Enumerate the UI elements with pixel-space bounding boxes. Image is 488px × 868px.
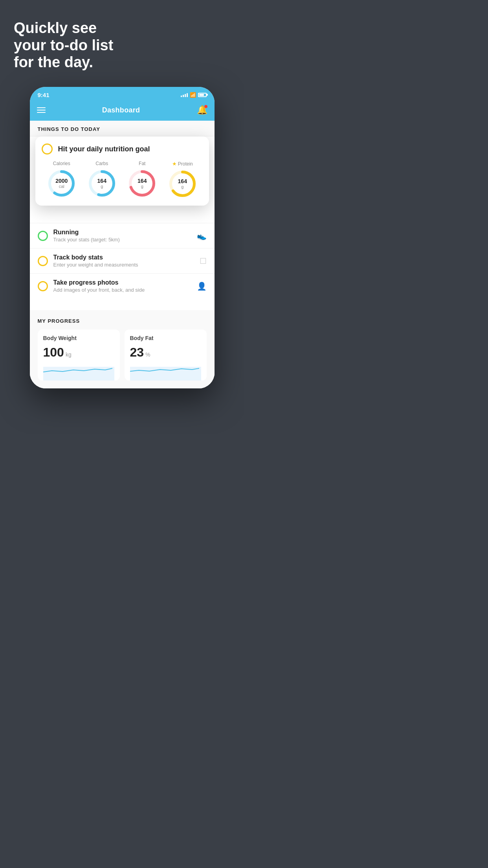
calories-value: 2000: [55, 178, 68, 184]
running-subtitle: Track your stats (target: 5km): [53, 237, 191, 243]
protein-unit: g: [178, 184, 187, 189]
calories-value-center: 2000 cal: [55, 178, 68, 189]
shoe-icon: 👟: [197, 231, 207, 241]
body-weight-value: 100: [43, 345, 64, 360]
photos-text: Take progress photos Add images of your …: [53, 279, 191, 293]
phone-mockup: 9:41 📶 Dashboard 🔔: [30, 87, 215, 388]
calories-ring: Calories 2000 cal: [47, 161, 76, 198]
photos-check-circle[interactable]: [38, 281, 48, 291]
calories-label: Calories: [53, 161, 70, 166]
progress-cards: Body Weight 100 kg: [38, 329, 207, 381]
fat-value: 164: [138, 178, 147, 184]
body-stats-subtitle: Enter your weight and measurements: [53, 262, 194, 268]
carbs-value-center: 164 g: [97, 178, 106, 189]
body-stats-text: Track body stats Enter your weight and m…: [53, 254, 194, 268]
notification-button[interactable]: 🔔: [197, 105, 207, 115]
body-weight-value-row: 100 kg: [43, 345, 114, 360]
todo-item-body-stats[interactable]: Track body stats Enter your weight and m…: [30, 248, 215, 273]
nutrition-check-circle[interactable]: [42, 143, 53, 154]
person-icon: 👤: [197, 281, 207, 291]
fat-ring: Fat 164 g: [127, 161, 157, 198]
hero-title: Quickly see your to-do list for the day.: [14, 20, 230, 71]
nav-title: Dashboard: [102, 106, 140, 114]
protein-value: 164: [178, 178, 187, 184]
protein-star-icon: ★: [172, 161, 177, 167]
protein-ring-container: 164 g: [168, 169, 197, 199]
photos-subtitle: Add images of your front, back, and side: [53, 287, 191, 293]
body-fat-value: 23: [130, 345, 144, 360]
signal-icon: [181, 92, 188, 97]
body-stats-title: Track body stats: [53, 254, 194, 261]
fat-value-center: 164 g: [138, 178, 147, 189]
protein-value-center: 164 g: [178, 178, 187, 189]
photos-title: Take progress photos: [53, 279, 191, 286]
progress-section: MY PROGRESS Body Weight 100 kg: [30, 310, 215, 388]
todo-list: Running Track your stats (target: 5km) 👟…: [30, 223, 215, 298]
hamburger-button[interactable]: [37, 107, 46, 113]
battery-icon: [198, 93, 207, 97]
body-weight-title: Body Weight: [43, 335, 114, 341]
carbs-unit: g: [97, 184, 106, 189]
body-weight-unit: kg: [66, 351, 72, 358]
carbs-label: Carbs: [95, 161, 108, 166]
carbs-value: 164: [97, 178, 106, 184]
body-weight-chart: [43, 363, 114, 381]
body-fat-value-row: 23 %: [130, 345, 201, 360]
status-icons: 📶: [181, 92, 207, 98]
wifi-icon: 📶: [190, 92, 196, 98]
protein-ring: ★ Protein 164: [168, 161, 197, 199]
carbs-ring: Carbs 164 g: [87, 161, 117, 198]
calories-ring-container: 2000 cal: [47, 169, 76, 198]
todo-item-photos[interactable]: Take progress photos Add images of your …: [30, 273, 215, 298]
hero-section: Quickly see your to-do list for the day.: [0, 0, 244, 83]
running-title: Running: [53, 229, 191, 236]
carbs-ring-container: 164 g: [87, 169, 117, 198]
calories-unit: cal: [55, 184, 68, 189]
nav-bar: Dashboard 🔔: [30, 101, 215, 121]
fat-ring-container: 164 g: [127, 169, 157, 198]
body-fat-card: Body Fat 23 %: [125, 329, 207, 381]
body-weight-card: Body Weight 100 kg: [38, 329, 120, 381]
todo-item-running[interactable]: Running Track your stats (target: 5km) 👟: [30, 223, 215, 248]
nutrition-card-header: Hit your daily nutrition goal: [42, 143, 203, 154]
fat-label: Fat: [139, 161, 145, 166]
things-to-do-label: THINGS TO DO TODAY: [30, 121, 215, 136]
phone-content: THINGS TO DO TODAY Hit your daily nutrit…: [30, 121, 215, 388]
phone-frame: 9:41 📶 Dashboard 🔔: [30, 87, 215, 388]
scale-icon: ☐: [200, 256, 207, 266]
status-time: 9:41: [38, 92, 50, 98]
progress-section-label: MY PROGRESS: [38, 318, 207, 324]
body-fat-unit: %: [145, 351, 150, 358]
running-text: Running Track your stats (target: 5km): [53, 229, 191, 243]
protein-label: ★ Protein: [172, 161, 193, 167]
nutrition-card-title: Hit your daily nutrition goal: [58, 145, 150, 153]
running-check-circle[interactable]: [38, 231, 48, 241]
status-bar: 9:41 📶: [30, 87, 215, 101]
body-fat-chart: [130, 363, 201, 381]
fat-unit: g: [138, 184, 147, 189]
body-fat-title: Body Fat: [130, 335, 201, 341]
body-stats-check-circle[interactable]: [38, 256, 48, 266]
notification-badge: [204, 105, 207, 108]
nutrition-rings: Calories 2000 cal: [42, 161, 203, 199]
